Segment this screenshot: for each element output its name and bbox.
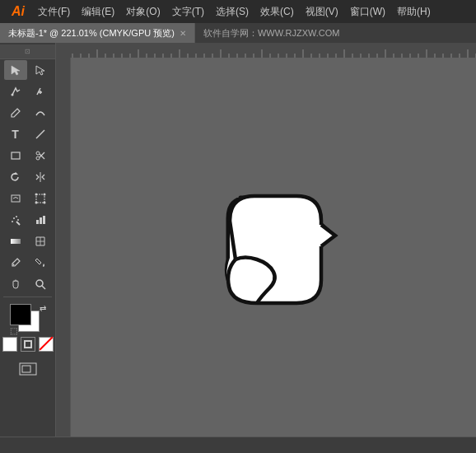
tool-row-screen [0, 358, 55, 380]
svg-marker-0 [12, 66, 20, 75]
menu-effect[interactable]: 效果(C) [255, 3, 299, 21]
color-area: ⇄ ⬚ [0, 301, 55, 355]
reflect-tool[interactable] [29, 167, 52, 187]
tool-row-symbol [0, 209, 55, 231]
menu-help[interactable]: 帮助(H) [392, 3, 436, 21]
canvas-area[interactable] [56, 43, 476, 437]
pencil-tool[interactable] [4, 103, 27, 123]
tool-row-selection [0, 59, 55, 81]
reset-colors-icon[interactable]: ⬚ [10, 326, 17, 335]
ruler-horizontal [56, 43, 476, 58]
svg-rect-25 [43, 216, 45, 224]
mesh-tool[interactable] [29, 231, 52, 251]
svg-rect-13 [12, 195, 20, 202]
menu-text[interactable]: 文字(T) [167, 3, 209, 21]
free-transform-tool[interactable] [29, 189, 52, 208]
svg-point-17 [35, 202, 37, 204]
svg-rect-14 [36, 194, 44, 203]
svg-rect-24 [40, 217, 42, 224]
tab-document[interactable]: 未标题-1* @ 221.01% (CMYK/GPU 预览) ✕ [0, 23, 195, 43]
svg-rect-6 [12, 152, 20, 159]
svg-point-7 [36, 152, 40, 155]
svg-point-15 [35, 194, 37, 196]
tool-row-view [0, 273, 55, 295]
scissors-tool[interactable] [29, 146, 52, 166]
tool-row-pencil [0, 102, 55, 124]
symbol-sprayer-tool[interactable] [4, 210, 27, 230]
smooth-tool[interactable] [29, 103, 52, 123]
svg-rect-33 [22, 366, 30, 372]
svg-point-18 [43, 202, 45, 204]
svg-point-20 [16, 216, 17, 217]
svg-marker-1 [36, 66, 44, 75]
select-tool[interactable] [4, 60, 27, 80]
tab-close-button[interactable]: ✕ [180, 29, 186, 38]
svg-line-5 [36, 130, 44, 138]
tool-row-gradient [0, 231, 55, 252]
svg-point-19 [13, 217, 15, 219]
menu-bar: 文件(F) 编辑(E) 对象(O) 文字(T) 选择(S) 效果(C) 视图(V… [33, 3, 436, 21]
canvas-content[interactable] [71, 58, 476, 437]
menu-select[interactable]: 选择(S) [211, 3, 254, 21]
svg-line-31 [42, 286, 45, 289]
tab-bar: 未标题-1* @ 221.01% (CMYK/GPU 预览) ✕ 软件自学网：W… [0, 23, 476, 43]
eyedropper-tool[interactable] [4, 253, 27, 273]
stroke-mode-button[interactable] [21, 337, 35, 352]
hand-tool[interactable] [4, 274, 27, 294]
menu-window[interactable]: 窗口(W) [345, 3, 390, 21]
svg-point-21 [17, 219, 19, 221]
none-mode-button[interactable] [39, 337, 54, 352]
foreground-color-swatch[interactable] [10, 304, 31, 325]
paintbucket-tool[interactable] [29, 253, 52, 273]
swap-colors-icon[interactable]: ⇄ [40, 304, 46, 313]
main-area: ⊡ [0, 43, 476, 437]
tool-row-eyedropper [0, 252, 55, 273]
menu-file[interactable]: 文件(F) [33, 3, 75, 21]
toolbar: ⊡ [0, 43, 56, 437]
tool-row-transform [0, 166, 55, 188]
tool-row-shape [0, 145, 55, 166]
tool-separator-1 [3, 297, 52, 297]
ruler-corner: ⊡ [0, 44, 55, 59]
pen-tool[interactable] [4, 82, 27, 101]
warp-tool[interactable] [4, 189, 27, 208]
status-bar [0, 437, 476, 453]
svg-point-22 [12, 221, 13, 222]
ruler-vertical [56, 58, 71, 437]
svg-point-29 [12, 264, 14, 266]
color-mode-row [2, 337, 54, 352]
tab-website[interactable]: 软件自学网：WWW.RJZXW.COM [195, 23, 348, 43]
column-graph-tool[interactable] [29, 210, 52, 230]
tab-website-label: 软件自学网：WWW.RJZXW.COM [203, 27, 340, 40]
tool-row-pen [0, 81, 55, 102]
svg-point-16 [43, 194, 45, 196]
rotate-tool[interactable] [4, 167, 27, 187]
svg-point-8 [36, 156, 40, 160]
zoom-tool[interactable] [29, 274, 52, 294]
svg-rect-23 [36, 220, 39, 224]
fill-mode-button[interactable] [2, 337, 17, 352]
screen-mode-button[interactable] [16, 359, 40, 379]
menu-object[interactable]: 对象(O) [121, 3, 165, 21]
gradient-tool[interactable] [4, 231, 27, 251]
tab-document-label: 未标题-1* @ 221.01% (CMYK/GPU 预览) [8, 27, 175, 40]
line-tool[interactable] [29, 124, 52, 144]
svg-point-30 [36, 280, 43, 287]
artwork-svg [199, 173, 348, 321]
menu-view[interactable]: 视图(V) [301, 3, 343, 21]
menu-edit[interactable]: 编辑(E) [77, 3, 119, 21]
artwork-container [199, 173, 348, 321]
direct-select-tool[interactable] [29, 60, 52, 80]
tool-row-type: T [0, 124, 55, 145]
title-bar: Ai 文件(F) 编辑(E) 对象(O) 文字(T) 选择(S) 效果(C) 视… [0, 0, 476, 23]
rectangle-tool[interactable] [4, 146, 27, 166]
ai-logo: Ai [7, 4, 30, 19]
svg-rect-34 [56, 43, 476, 58]
color-swatches: ⇄ ⬚ [10, 304, 46, 335]
type-tool[interactable]: T [4, 124, 27, 144]
svg-point-2 [11, 94, 13, 96]
svg-rect-26 [11, 239, 21, 244]
add-anchor-tool[interactable] [29, 82, 52, 101]
tool-row-warp [0, 188, 55, 209]
